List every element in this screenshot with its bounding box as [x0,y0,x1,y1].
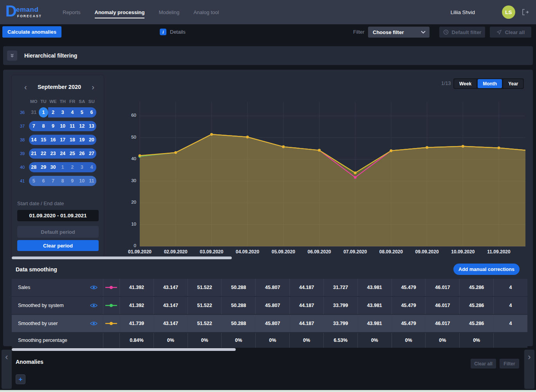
calendar-day[interactable]: 7 [48,176,58,186]
calendar-day[interactable]: 4 [87,162,97,172]
series-indicator [103,333,119,348]
calendar-day[interactable]: 3 [58,107,68,117]
x-axis-label: 04.09.2020 [230,249,265,255]
week-number: 36 [17,110,27,115]
calendar-next-icon[interactable]: › [92,83,94,91]
calendar-day[interactable]: 2 [48,107,58,117]
calendar-day[interactable]: 10 [58,121,68,131]
calendar-day[interactable]: 5 [29,176,39,186]
calendar-day[interactable]: 23 [48,148,58,159]
visibility-eye-icon[interactable] [90,321,97,326]
row-label: Smoothed by system [18,303,64,308]
view-week[interactable]: Week [454,79,476,88]
add-anomaly-button[interactable]: + [16,374,25,384]
calendar-day[interactable]: 16 [48,135,58,145]
logo-subtitle: FORECAST [17,14,42,18]
cell-value: 0% [221,333,255,348]
default-period-button[interactable]: Default period [17,226,99,238]
visibility-eye-icon[interactable] [90,285,97,290]
calendar-day[interactable]: 24 [58,148,68,159]
calendar-day[interactable]: 7 [29,121,39,131]
filter-dropdown[interactable]: Choose filter [368,27,430,38]
nav-analog-tool[interactable]: Analog tool [193,0,219,24]
calendar-day[interactable]: 6 [87,107,97,117]
calendar-day[interactable]: 10 [77,176,87,186]
calendar-day[interactable]: 12 [77,121,87,131]
calendar-day[interactable]: 31 [29,107,39,117]
calendar-day[interactable]: 2 [67,162,77,172]
cell-value: 43.981 [357,279,392,296]
scroll-right-strip[interactable]: › [524,350,534,389]
calendar-day[interactable]: 8 [58,176,68,186]
calendar-day[interactable]: 6 [39,176,49,186]
calendar-week-40: 402829301234 [17,162,104,172]
date-range-input[interactable]: 01.09.2020 - 01.09.2021 [17,210,99,221]
calendar-day[interactable]: 5 [77,107,87,117]
view-month[interactable]: Month [478,79,502,88]
page-bottom-scrollbar[interactable] [0,390,536,392]
main-nav: ReportsAnomaly processingModelingAnalog … [63,0,219,24]
calendar-day[interactable]: 20 [87,135,97,145]
calendar-day[interactable]: 15 [39,135,49,145]
calendar-day[interactable]: 11 [67,121,77,131]
table-scrollbar[interactable] [12,348,236,351]
day-header-sa: SA [77,99,87,104]
calendar-day[interactable]: 11 [87,176,97,186]
x-axis-label: 08.09.2020 [374,249,409,255]
page-indicator: 1/13 [441,81,451,86]
clear-all-button[interactable]: Clear all [490,27,531,38]
view-year[interactable]: Year [503,79,523,88]
calendar-day[interactable]: 17 [58,135,68,145]
calendar-day[interactable]: 4 [67,107,77,117]
avatar[interactable]: LS [502,5,515,19]
cell-value: 46.017 [425,315,459,332]
details-label: Details [170,29,186,35]
calendar-day[interactable]: 30 [48,162,58,172]
calendar-prev-icon[interactable]: ‹ [24,83,27,91]
calendar-day[interactable]: 14 [29,135,39,145]
week-number: 37 [17,124,27,128]
calendar-day[interactable]: 13 [87,121,97,131]
cell-value: 43.147 [153,315,188,332]
calendar-day[interactable]: 28 [29,162,39,172]
calendar-grid: 3631123456377891011121338141516171819203… [17,107,104,186]
calendar-day[interactable]: 3 [77,162,87,172]
logout-icon[interactable] [521,9,529,16]
calculate-anomalies-button[interactable]: Calculate anomalies [2,26,61,38]
calendar-day[interactable]: 21 [29,148,39,159]
cell-value-clipped: 4 [493,297,527,314]
scroll-left-strip[interactable]: ‹ [2,350,12,389]
nav-modeling[interactable]: Modeling [159,0,179,24]
anomalies-filter-button[interactable]: Filter [500,359,519,369]
x-axis-label: 09.09.2020 [410,249,445,255]
nav-reports[interactable]: Reports [63,0,81,24]
clear-period-button[interactable]: Clear period [17,240,99,251]
day-header-mo: MO [29,99,39,104]
calendar-day[interactable]: 22 [39,148,49,159]
calendar-day[interactable]: 27 [87,148,97,159]
calendar-day[interactable]: 9 [48,121,58,131]
visibility-eye-icon[interactable] [90,303,97,308]
calendar-week-37: 3778910111213 [17,121,104,131]
details-control[interactable]: i Details [160,29,186,35]
cell-value: 45.807 [255,315,289,332]
expand-button[interactable] [7,51,17,61]
calendar-day[interactable]: 18 [67,135,77,145]
calendar-day[interactable]: 9 [67,176,77,186]
filter-dropdown-value: Choose filter [373,29,404,35]
default-filter-button[interactable]: Default filter [439,27,485,38]
calendar-day[interactable]: 1 [58,162,68,172]
calendar-day[interactable]: 1 [39,107,49,117]
chart-scrollbar[interactable] [12,257,232,259]
day-header-fr: FR [67,99,77,104]
nav-anomaly-processing[interactable]: Anomaly processing [95,0,145,24]
calendar-day[interactable]: 29 [39,162,49,172]
calendar-day[interactable]: 25 [67,148,77,159]
cell-value: 6.53% [323,333,357,348]
calendar-day[interactable]: 26 [77,148,87,159]
calendar-day[interactable]: 8 [39,121,49,131]
calendar-day[interactable]: 19 [77,135,87,145]
anomalies-clear-all-button[interactable]: Clear all [471,359,496,369]
y-axis-label: 0 [117,243,136,248]
add-manual-corrections-button[interactable]: Add manual corrections [453,264,520,275]
